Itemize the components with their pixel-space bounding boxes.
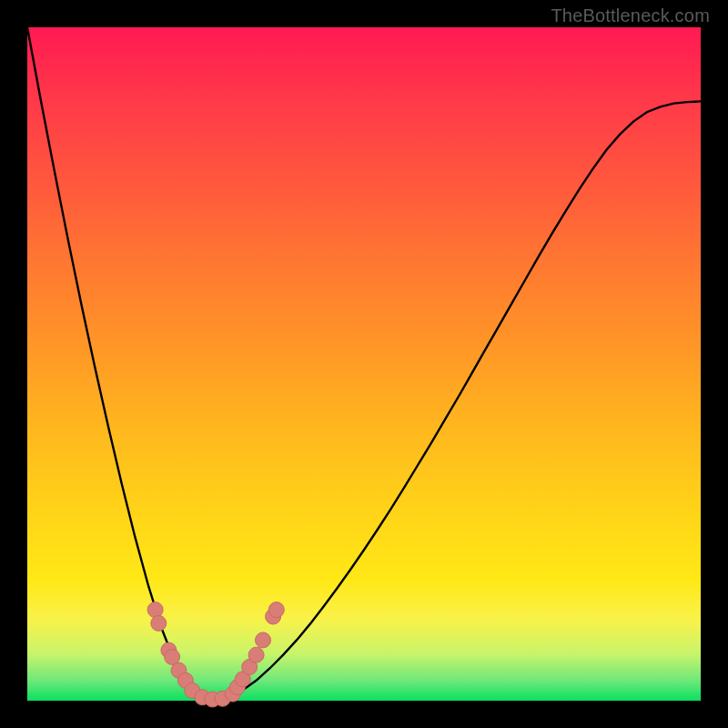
- curve-left-branch: [27, 27, 216, 701]
- data-marker: [256, 632, 271, 648]
- data-marker: [268, 602, 284, 618]
- outer-frame: TheBottleneck.com: [0, 0, 728, 728]
- marker-layer: [147, 602, 284, 707]
- data-marker: [147, 602, 163, 618]
- chart-svg: [27, 27, 701, 701]
- watermark-text: TheBottleneck.com: [551, 5, 710, 26]
- data-marker: [151, 615, 167, 631]
- curve-right-branch: [216, 101, 701, 701]
- plot-area: [27, 27, 701, 701]
- data-marker: [248, 647, 264, 662]
